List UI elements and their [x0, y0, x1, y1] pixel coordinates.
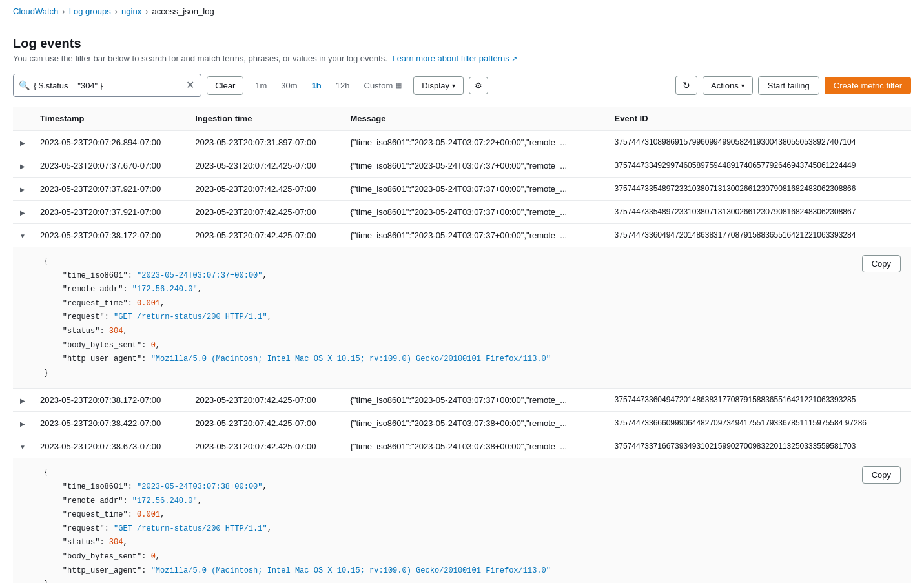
table-row: ▶ 2023-05-23T20:07:26.894-07:00 2023-05-… — [13, 130, 911, 154]
event-id-cell: 3757447337166739349310215990270098322011… — [607, 435, 911, 458]
search-input[interactable] — [34, 81, 181, 90]
table-row: ▶ 2023-05-23T20:07:38.172-07:00 2023-05-… — [13, 389, 911, 412]
expand-toggle[interactable]: ▼ — [13, 435, 32, 458]
table-row: ▼ 2023-05-23T20:07:38.172-07:00 2023-05-… — [13, 224, 911, 247]
chevron-down-icon: ▾ — [452, 82, 455, 89]
start-tailing-button[interactable]: Start tailing — [758, 76, 819, 95]
expand-toggle[interactable]: ▶ — [13, 178, 32, 201]
time-30m-button[interactable]: 30m — [274, 77, 303, 94]
message-cell: {"time_iso8601":"2023-05-24T03:07:37+00:… — [343, 389, 607, 412]
breadcrumb-log-groups[interactable]: Log groups — [69, 6, 111, 16]
event-id-cell: 3757447310898691579960994990582419300438… — [607, 130, 911, 154]
time-1h-button[interactable]: 1h — [305, 77, 328, 94]
expand-toggle[interactable]: ▶ — [13, 154, 32, 178]
expanded-row: Copy { "time_iso8601": "2023-05-24T03:07… — [13, 247, 911, 389]
col-eventid-header: Event ID — [607, 107, 911, 130]
event-id-cell: 3757447336049472014863831770879158836551… — [607, 224, 911, 247]
settings-button[interactable]: ⚙ — [469, 77, 488, 94]
event-id-cell: 3757447334929974605897594489174065779264… — [607, 154, 911, 178]
page-description: You can use the filter bar below to sear… — [13, 54, 911, 63]
copy-button[interactable]: Copy — [862, 466, 901, 484]
timestamp-cell: 2023-05-23T20:07:37.921-07:00 — [32, 201, 187, 224]
clear-search-button[interactable]: ✕ — [185, 80, 196, 90]
ingestion-time-cell: 2023-05-23T20:07:42.425-07:00 — [187, 224, 342, 247]
expand-toggle[interactable]: ▶ — [13, 130, 32, 154]
timestamp-cell: 2023-05-23T20:07:37.670-07:00 — [32, 154, 187, 178]
breadcrumb-cloudwatch[interactable]: CloudWatch — [13, 6, 58, 16]
expanded-content: Copy { "time_iso8601": "2023-05-24T03:07… — [13, 458, 911, 583]
page-header: Log events You can use the filter bar be… — [13, 36, 911, 63]
ingestion-time-cell: 2023-05-23T20:07:42.425-07:00 — [187, 412, 342, 435]
table-row: ▶ 2023-05-23T20:07:38.422-07:00 2023-05-… — [13, 412, 911, 435]
event-id-cell: 3757447336049472014863831770879158836551… — [607, 389, 911, 412]
timestamp-cell: 2023-05-23T20:07:37.921-07:00 — [32, 178, 187, 201]
table-row: ▶ 2023-05-23T20:07:37.670-07:00 2023-05-… — [13, 154, 911, 178]
ingestion-time-cell: 2023-05-23T20:07:42.425-07:00 — [187, 154, 342, 178]
copy-button-container: Copy — [862, 255, 901, 272]
message-cell: {"time_iso8601":"2023-05-24T03:07:37+00:… — [343, 178, 607, 201]
time-1m-button[interactable]: 1m — [249, 77, 273, 94]
col-timestamp-header: Timestamp — [32, 107, 187, 130]
message-cell: {"time_iso8601":"2023-05-24T03:07:22+00:… — [343, 130, 607, 154]
search-bar: 🔍 ✕ — [13, 74, 201, 97]
create-metric-filter-button[interactable]: Create metric filter — [825, 77, 911, 94]
ingestion-time-cell: 2023-05-23T20:07:42.425-07:00 — [187, 435, 342, 458]
gear-icon: ⚙ — [475, 81, 482, 90]
refresh-button[interactable]: ↻ — [675, 76, 697, 95]
table-row: ▶ 2023-05-23T20:07:37.921-07:00 2023-05-… — [13, 178, 911, 201]
col-ingestion-header: Ingestion time — [187, 107, 342, 130]
message-cell: {"time_iso8601":"2023-05-24T03:07:37+00:… — [343, 224, 607, 247]
filter-patterns-link[interactable]: Learn more about filter patterns — [392, 54, 509, 63]
timestamp-cell: 2023-05-23T20:07:38.422-07:00 — [32, 412, 187, 435]
breadcrumb-sep-2: › — [115, 6, 118, 16]
event-id-cell: 3757447336660999064482709734941755179336… — [607, 412, 911, 435]
time-range: 1m 30m 1h 12h Custom ▦ — [249, 77, 408, 94]
breadcrumb-sep-1: › — [62, 6, 65, 16]
event-id-cell: 3757447335489723310380713130026612307908… — [607, 178, 911, 201]
expand-toggle[interactable]: ▶ — [13, 412, 32, 435]
ingestion-time-cell: 2023-05-23T20:07:42.425-07:00 — [187, 201, 342, 224]
ingestion-time-cell: 2023-05-23T20:07:42.425-07:00 — [187, 178, 342, 201]
log-events-table: Timestamp Ingestion time Message Event I… — [13, 107, 911, 583]
table-row: ▼ 2023-05-23T20:07:38.673-07:00 2023-05-… — [13, 435, 911, 458]
time-custom-button[interactable]: Custom ▦ — [358, 77, 409, 94]
ingestion-time-cell: 2023-05-23T20:07:31.897-07:00 — [187, 130, 342, 154]
expand-toggle[interactable]: ▼ — [13, 224, 32, 247]
message-cell: {"time_iso8601":"2023-05-24T03:07:38+00:… — [343, 412, 607, 435]
table-row: ▶ 2023-05-23T20:07:37.921-07:00 2023-05-… — [13, 201, 911, 224]
copy-button-container: Copy — [862, 466, 901, 484]
actions-chevron-icon: ▾ — [741, 82, 744, 89]
event-id-cell: 3757447335489723310380713130026612307908… — [607, 201, 911, 224]
timestamp-cell: 2023-05-23T20:07:38.172-07:00 — [32, 224, 187, 247]
timestamp-cell: 2023-05-23T20:07:38.172-07:00 — [32, 389, 187, 412]
display-button[interactable]: Display ▾ — [413, 76, 464, 95]
expanded-row: Copy { "time_iso8601": "2023-05-24T03:07… — [13, 458, 911, 583]
ingestion-time-cell: 2023-05-23T20:07:42.425-07:00 — [187, 389, 342, 412]
breadcrumb-nginx[interactable]: nginx — [121, 6, 141, 16]
timestamp-cell: 2023-05-23T20:07:38.673-07:00 — [32, 435, 187, 458]
clear-button[interactable]: Clear — [207, 76, 243, 95]
message-cell: {"time_iso8601":"2023-05-24T03:07:37+00:… — [343, 201, 607, 224]
top-toolbar: 🔍 ✕ Clear 1m 30m 1h 12h Custom ▦ Display… — [13, 74, 911, 97]
time-12h-button[interactable]: 12h — [329, 77, 356, 94]
message-cell: {"time_iso8601":"2023-05-24T03:07:37+00:… — [343, 154, 607, 178]
col-expand-header — [13, 107, 32, 130]
expand-toggle[interactable]: ▶ — [13, 201, 32, 224]
message-cell: {"time_iso8601":"2023-05-24T03:07:38+00:… — [343, 435, 607, 458]
breadcrumb-current: access_json_log — [152, 6, 214, 16]
expand-toggle[interactable]: ▶ — [13, 389, 32, 412]
page-title: Log events — [13, 36, 911, 51]
timestamp-cell: 2023-05-23T20:07:26.894-07:00 — [32, 130, 187, 154]
breadcrumb-sep-3: › — [145, 6, 148, 16]
actions-button[interactable]: Actions ▾ — [703, 76, 753, 95]
breadcrumb: CloudWatch › Log groups › nginx › access… — [0, 0, 924, 23]
expanded-content: Copy { "time_iso8601": "2023-05-24T03:07… — [13, 247, 911, 388]
col-message-header: Message — [343, 107, 607, 130]
copy-button[interactable]: Copy — [862, 255, 901, 272]
search-icon: 🔍 — [19, 80, 30, 90]
